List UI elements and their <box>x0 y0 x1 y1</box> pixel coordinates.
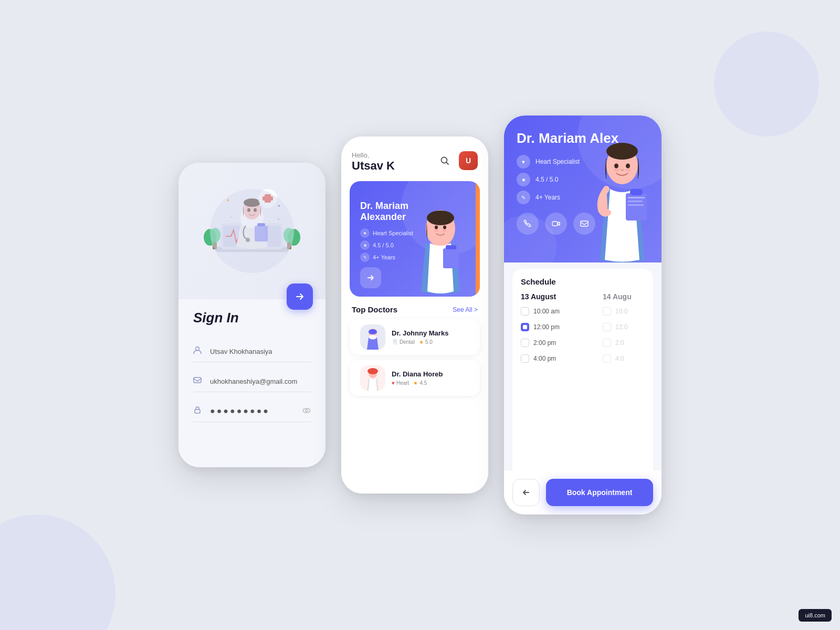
rating-tag: ★ 4.5 <box>413 380 427 386</box>
password-value: ●●●●●●●●● <box>210 406 302 416</box>
rating-value: 4.5 <box>419 380 427 386</box>
phone-signin: ✦ ✦ + + Sign In <box>178 163 326 467</box>
specialty-text: Heart Specialist <box>373 230 413 236</box>
back-button[interactable] <box>512 479 540 506</box>
time-slot[interactable]: 12:00 pm <box>521 323 596 331</box>
phones-container: ✦ ✦ + + Sign In <box>178 116 662 514</box>
time-label: 2:00 pm <box>533 339 556 346</box>
user-avatar[interactable]: U <box>459 151 478 170</box>
username-field[interactable]: Utsav Khokhanasiya <box>193 341 311 362</box>
svg-point-40 <box>369 329 377 334</box>
greeting-text: Hello, <box>352 151 395 159</box>
rating-icon: ★ <box>517 173 530 186</box>
password-field[interactable]: ●●●●●●●●● <box>193 401 311 422</box>
experience-stat-label: 4+ Years <box>536 194 560 201</box>
experience-stat-row: ✎ 4+ Years <box>517 191 649 204</box>
doctor-header: Dr. Mariam Alex ♥ Heart Specialist ★ 4.5… <box>504 116 662 262</box>
signin-title: Sign In <box>193 310 311 326</box>
time-slot-partial[interactable]: 10:0 <box>603 307 645 316</box>
message-button[interactable] <box>573 213 595 235</box>
see-all-button[interactable]: See All > <box>453 306 478 313</box>
bg-decoration-2 <box>714 32 819 136</box>
svg-point-28 <box>306 410 308 412</box>
schedule-col-1: 13 August 10:00 am 12:00 pm 2:00 pm <box>521 292 596 370</box>
specialty-label: Heart <box>396 380 409 386</box>
top-doctors-title: Top Doctors <box>352 305 397 314</box>
toggle-password-icon[interactable] <box>302 406 311 416</box>
svg-rect-56 <box>552 222 558 226</box>
time-checkbox[interactable] <box>603 354 611 363</box>
book-appointment-button[interactable]: Book Appointment <box>546 479 653 506</box>
svg-rect-26 <box>195 410 200 413</box>
signin-form: Sign In Utsav Khokhanasiya <box>178 299 326 430</box>
time-checkbox[interactable] <box>603 339 611 347</box>
featured-rating: ★ 4.5 / 5.0 <box>360 240 469 250</box>
featured-doctor-card[interactable]: Dr. MariamAlexander ♥ Heart Specialist ★… <box>350 181 480 297</box>
time-checkbox[interactable] <box>603 307 611 316</box>
header-actions: U <box>436 151 478 170</box>
time-slot-partial[interactable]: 4:0 <box>603 354 645 363</box>
heart-stat-icon: ♥ <box>360 228 370 238</box>
specialty-label: Dental <box>400 339 415 345</box>
time-slot-partial[interactable]: 12:0 <box>603 323 645 331</box>
star-icon: ★ <box>413 380 418 386</box>
heart-icon: ♥ <box>392 380 395 386</box>
experience-icon: ✎ <box>517 191 530 204</box>
phone-dashboard: Hello, Utsav K U <box>341 136 488 494</box>
time-label-partial: 2:0 <box>615 339 624 346</box>
time-label: 12:00 pm <box>533 323 560 331</box>
time-label-partial: 4:0 <box>615 355 624 362</box>
svg-rect-41 <box>370 335 376 339</box>
svg-point-24 <box>196 347 200 351</box>
doctor-2-name: Dr. Diana Horeb <box>392 370 469 378</box>
specialty-tag: ♥ Heart <box>392 380 409 386</box>
illustration-area: ✦ ✦ + + <box>178 163 326 299</box>
time-checkbox[interactable] <box>521 339 529 347</box>
experience-text: 4+ Years <box>373 254 395 260</box>
specialty-icon: ♥ <box>517 155 530 169</box>
time-slot[interactable]: 10:00 am <box>521 307 596 316</box>
email-value: ukhokhaneshiya@gmail.com <box>210 377 311 385</box>
time-slot[interactable]: 4:00 pm <box>521 354 596 363</box>
email-field[interactable]: ukhokhaneshiya@gmail.com <box>193 371 311 392</box>
time-checkbox[interactable] <box>521 354 529 363</box>
watermark: ui8.com <box>799 609 832 622</box>
next-button[interactable] <box>287 284 313 310</box>
rating-value: 5.0 <box>425 339 433 345</box>
search-button[interactable] <box>436 152 454 170</box>
doctor-2-info: Dr. Diana Horeb ♥ Heart ★ 4.5 <box>392 370 469 386</box>
doctor-list-item[interactable]: Dr. Diana Horeb ♥ Heart ★ 4.5 <box>350 360 480 396</box>
time-label: 10:00 am <box>533 308 560 315</box>
doctor-2-avatar-image <box>360 365 385 391</box>
bg-decoration-1 <box>0 514 116 630</box>
featured-card-arrow-button[interactable] <box>360 267 381 288</box>
time-slot[interactable]: 2:00 pm <box>521 339 596 347</box>
specialty-stat-label: Heart Specialist <box>536 158 580 165</box>
watermark-text: ui8.com <box>805 612 825 618</box>
dashboard-screen: Hello, Utsav K U <box>341 136 488 494</box>
schedule-title: Schedule <box>521 277 645 286</box>
email-icon <box>193 376 204 386</box>
user-icon <box>193 346 204 356</box>
exp-stat-icon: ✎ <box>360 253 370 262</box>
svg-rect-25 <box>194 377 201 383</box>
video-button[interactable] <box>545 213 567 235</box>
dashboard-header: Hello, Utsav K U <box>341 136 488 181</box>
star-icon: ★ <box>419 339 424 345</box>
specialty-tag: 🦷 Dental <box>392 339 415 345</box>
doctor-detail-screen: Dr. Mariam Alex ♥ Heart Specialist ★ 4.5… <box>504 116 662 514</box>
user-name: Utsav K <box>352 159 395 173</box>
arrow-right-icon <box>295 291 305 302</box>
book-appointment-label: Book Appointment <box>567 488 633 497</box>
time-checkbox[interactable] <box>521 307 529 316</box>
time-slot-partial[interactable]: 2:0 <box>603 339 645 347</box>
time-checkbox[interactable] <box>603 323 611 331</box>
time-checkbox[interactable] <box>521 323 529 331</box>
contact-buttons <box>517 213 649 235</box>
doctor-1-info: Dr. Johnny Marks 🦷 Dental ★ 5.0 <box>392 329 469 345</box>
date-1: 13 August <box>521 292 596 301</box>
doctor-avatar <box>360 324 385 350</box>
rating-text: 4.5 / 5.0 <box>373 242 394 248</box>
call-button[interactable] <box>517 213 539 235</box>
doctor-list-item[interactable]: Dr. Johnny Marks 🦷 Dental ★ 5.0 <box>350 319 480 355</box>
